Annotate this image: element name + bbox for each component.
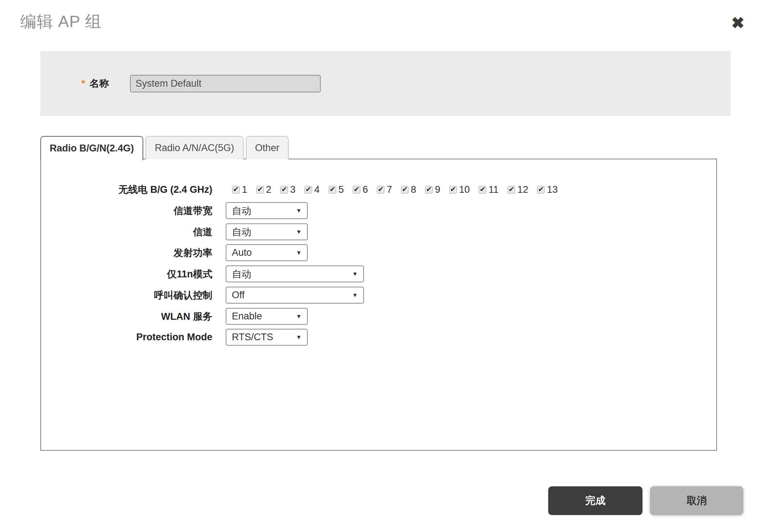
radio-settings-panel: 无线电 B/G (2.4 GHz) ✔ 1 ✔ 2 ✔ 3 ✔ 4 ✔ 5 ✔ … <box>40 159 717 451</box>
tx-power-select[interactable]: Auto ▼ <box>226 244 308 261</box>
wlan-service-select[interactable]: Enable ▼ <box>226 308 308 325</box>
dialog-title: 编辑 AP 组 <box>20 11 102 32</box>
tabbar: Radio B/G/N(2.4G) Radio A/N/AC(5G) Other <box>40 136 289 159</box>
check-mark-icon: ✔ <box>353 186 360 193</box>
check-mark-icon: ✔ <box>329 186 335 193</box>
close-icon[interactable]: ✖ <box>726 12 749 35</box>
checkbox-box: ✔ <box>537 186 545 194</box>
field-row: Protection Mode RTS/CTS ▼ <box>41 329 308 346</box>
check-mark-icon: ✔ <box>402 186 408 193</box>
selected-value: Auto <box>232 247 252 258</box>
checkbox-box: ✔ <box>305 186 312 194</box>
selected-value: 自动 <box>232 268 251 281</box>
checkbox-box: ✔ <box>280 186 288 194</box>
checkbox-box: ✔ <box>449 186 457 194</box>
checkbox-box: ✔ <box>232 186 240 194</box>
protection-mode-select[interactable]: RTS/CTS ▼ <box>226 329 308 346</box>
channel-select[interactable]: 自动 ▼ <box>226 223 308 240</box>
channel-checkbox-list: ✔ 1 ✔ 2 ✔ 3 ✔ 4 ✔ 5 ✔ 6 ✔ 7 ✔ 8 ✔ 9 ✔ 10… <box>232 184 558 195</box>
channel-number-label: 2 <box>266 184 271 195</box>
channel-checkbox-6[interactable]: ✔ 6 <box>353 184 368 195</box>
channel-number-label: 5 <box>338 184 344 195</box>
field-label: 信道带宽 <box>41 204 212 217</box>
name-section: * 名称 <box>40 51 731 116</box>
field-row: 信道 自动 ▼ <box>41 223 308 240</box>
dropdown-arrow-icon: ▼ <box>352 271 358 277</box>
channel-checkbox-4[interactable]: ✔ 4 <box>305 184 320 195</box>
name-input[interactable] <box>130 75 321 92</box>
check-mark-icon: ✔ <box>378 186 384 193</box>
checkbox-box: ✔ <box>508 186 515 194</box>
check-mark-icon: ✔ <box>426 186 432 193</box>
check-mark-icon: ✔ <box>305 186 311 193</box>
channel-bandwidth-select[interactable]: 自动 ▼ <box>226 202 308 219</box>
checkbox-box: ✔ <box>401 186 409 194</box>
channel-number-label: 11 <box>488 184 499 195</box>
channel-checkbox-3[interactable]: ✔ 3 <box>280 184 296 195</box>
checkbox-box: ✔ <box>256 186 264 194</box>
channels-label: 无线电 B/G (2.4 GHz) <box>41 183 212 196</box>
channel-number-label: 13 <box>547 184 558 195</box>
field-label: 发射功率 <box>41 246 212 259</box>
channel-number-label: 1 <box>242 184 247 195</box>
channel-checkbox-12[interactable]: ✔ 12 <box>508 184 528 195</box>
channel-number-label: 10 <box>459 184 470 195</box>
name-label: 名称 <box>90 77 109 90</box>
check-mark-icon: ✔ <box>281 186 287 193</box>
channel-checkbox-2[interactable]: ✔ 2 <box>256 184 271 195</box>
edit-ap-group-dialog: 编辑 AP 组 ✖ * 名称 Radio B/G/N(2.4G) Radio A… <box>0 0 771 532</box>
channel-checkbox-10[interactable]: ✔ 10 <box>449 184 470 195</box>
tab-radio-anac-5g[interactable]: Radio A/N/AC(5G) <box>145 136 244 159</box>
field-label: Protection Mode <box>41 332 212 343</box>
done-button[interactable]: 完成 <box>548 486 642 515</box>
dropdown-arrow-icon: ▼ <box>296 229 302 235</box>
check-mark-icon: ✔ <box>450 186 456 193</box>
dropdown-arrow-icon: ▼ <box>352 292 358 299</box>
dropdown-arrow-icon: ▼ <box>296 334 302 341</box>
field-row: 信道带宽 自动 ▼ <box>41 202 308 219</box>
check-mark-icon: ✔ <box>538 186 544 193</box>
channel-number-label: 8 <box>411 184 416 195</box>
channel-checkbox-1[interactable]: ✔ 1 <box>232 184 247 195</box>
checkbox-box: ✔ <box>353 186 360 194</box>
channel-number-label: 7 <box>387 184 392 195</box>
channel-checkbox-8[interactable]: ✔ 8 <box>401 184 416 195</box>
channels-row: 无线电 B/G (2.4 GHz) ✔ 1 ✔ 2 ✔ 3 ✔ 4 ✔ 5 ✔ … <box>41 182 558 197</box>
channel-checkbox-13[interactable]: ✔ 13 <box>537 184 558 195</box>
checkbox-box: ✔ <box>377 186 384 194</box>
channel-number-label: 6 <box>362 184 368 195</box>
cancel-button[interactable]: 取消 <box>650 486 743 515</box>
check-mark-icon: ✔ <box>233 186 239 193</box>
check-mark-icon: ✔ <box>479 186 486 193</box>
call-admission-control-select[interactable]: Off ▼ <box>226 287 364 304</box>
channel-number-label: 3 <box>290 184 296 195</box>
channel-number-label: 9 <box>435 184 440 195</box>
name-row: * 名称 <box>40 74 731 92</box>
channel-checkbox-5[interactable]: ✔ 5 <box>329 184 344 195</box>
check-mark-icon: ✔ <box>257 186 263 193</box>
dropdown-arrow-icon: ▼ <box>296 250 302 256</box>
channel-number-label: 12 <box>517 184 528 195</box>
dropdown-arrow-icon: ▼ <box>296 208 302 214</box>
tab-other[interactable]: Other <box>246 136 289 159</box>
channel-checkbox-11[interactable]: ✔ 11 <box>479 184 499 195</box>
dropdown-arrow-icon: ▼ <box>296 313 302 320</box>
field-label: 呼叫确认控制 <box>41 289 212 302</box>
required-asterisk: * <box>81 78 85 89</box>
field-label: 仅11n模式 <box>41 268 212 281</box>
tab-radio-bgn-2-4g[interactable]: Radio B/G/N(2.4G) <box>40 136 143 160</box>
channel-number-label: 4 <box>314 184 320 195</box>
field-row: 呼叫确认控制 Off ▼ <box>41 287 364 304</box>
field-row: 仅11n模式 自动 ▼ <box>41 265 364 282</box>
channel-checkbox-7[interactable]: ✔ 7 <box>377 184 392 195</box>
selected-value: Enable <box>232 311 262 322</box>
channel-checkbox-9[interactable]: ✔ 9 <box>425 184 440 195</box>
checkbox-box: ✔ <box>425 186 433 194</box>
selected-value: 自动 <box>232 204 251 217</box>
11n-only-mode-select[interactable]: 自动 ▼ <box>226 265 364 282</box>
selected-value: RTS/CTS <box>232 332 273 343</box>
selected-value: 自动 <box>232 226 251 238</box>
field-label: 信道 <box>41 226 212 238</box>
check-mark-icon: ✔ <box>508 186 514 193</box>
field-label: WLAN 服务 <box>41 310 212 323</box>
